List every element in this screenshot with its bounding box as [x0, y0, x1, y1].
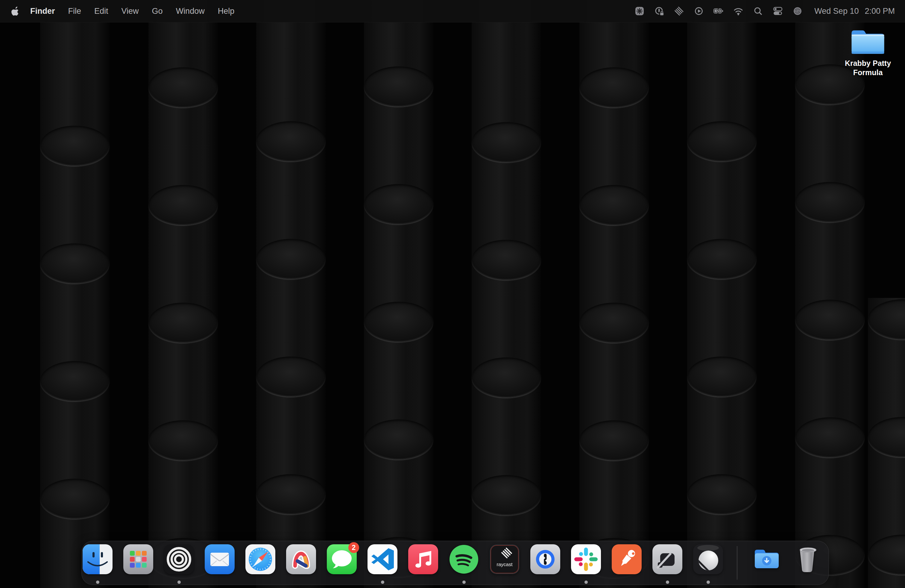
cylinder-top: [256, 357, 325, 397]
orb-app-icon[interactable]: [792, 6, 803, 16]
menu-file[interactable]: File: [62, 6, 88, 16]
menu-window[interactable]: Window: [169, 6, 211, 16]
running-indicator: [462, 580, 466, 584]
cylinder-top: [472, 475, 541, 515]
dock-item-apple-music[interactable]: [408, 544, 438, 574]
dock-item-safari[interactable]: [245, 544, 275, 574]
dock-item-finder[interactable]: [83, 544, 113, 574]
dock-item-mail[interactable]: [205, 544, 235, 574]
cylinder-top: [687, 121, 757, 161]
battery-charging-icon[interactable]: [713, 6, 724, 16]
dock-row: 2raycast: [81, 541, 829, 580]
now-playing-icon[interactable]: [694, 6, 704, 16]
dock-item-launchpad[interactable]: [123, 544, 153, 574]
dock-item-zed[interactable]: [653, 544, 682, 574]
wallpaper-cylinder-column: [364, 0, 433, 588]
running-indicator: [666, 580, 669, 584]
menu-bar-left: Finder FileEditViewGoWindowHelp: [0, 6, 241, 16]
cylinder-top: [148, 420, 218, 461]
cylinder-top: [795, 182, 865, 222]
spotlight-search-icon[interactable]: [753, 6, 764, 16]
cylinder-top: [580, 67, 649, 108]
dock-item-downloads-folder[interactable]: [752, 544, 782, 574]
cylinder-top: [580, 420, 649, 461]
cylinder-top: [472, 240, 541, 280]
cylinder-top: [256, 239, 325, 279]
status-icons: [625, 6, 803, 16]
dock-item-raycast[interactable]: raycast: [490, 544, 519, 574]
wallpaper-cylinder-column: [40, 0, 110, 588]
folder-label: Krabby Patty Formula: [841, 59, 895, 77]
dock: 2raycast: [81, 541, 829, 585]
menu-bar-clock[interactable]: 2:00 PM: [865, 6, 895, 16]
starburst-app-icon[interactable]: [634, 6, 645, 16]
1password-icon: [530, 544, 560, 574]
cylinder-top: [40, 243, 110, 283]
dock-item-postman[interactable]: [612, 544, 641, 574]
dock-item-1password[interactable]: [530, 544, 560, 574]
cylinder-top: [364, 67, 433, 106]
cylinder-top: [256, 474, 325, 514]
dock-item-messages[interactable]: 2: [327, 544, 357, 574]
concentric-rings-icon: [164, 544, 194, 574]
running-indicator: [707, 580, 710, 584]
dock-item-linear[interactable]: [693, 544, 723, 574]
folder-icon: [841, 27, 895, 57]
zed-icon: [653, 544, 682, 574]
running-indicator: [584, 580, 588, 584]
cylinder-top: [868, 535, 905, 575]
vscode-icon: [367, 544, 397, 574]
cylinder-top: [364, 302, 433, 342]
dock-item-vscode[interactable]: [367, 544, 397, 574]
desktop-wallpaper: [0, 0, 905, 588]
dock-item-spotify[interactable]: [449, 544, 479, 574]
macos-desktop: Finder FileEditViewGoWindowHelp Wed Sep …: [0, 0, 905, 588]
cylinder-top: [472, 358, 541, 397]
cylinder-top: [40, 479, 110, 519]
wallpaper-cylinder-column: [868, 298, 905, 588]
raycast-icon: raycast: [490, 544, 519, 574]
wifi-icon[interactable]: [733, 6, 744, 16]
dock-item-trash-empty[interactable]: [792, 544, 822, 574]
linear-icon: [693, 544, 723, 574]
cylinder-top: [795, 300, 865, 340]
menu-help[interactable]: Help: [211, 6, 241, 16]
downloads-folder-icon: [752, 544, 782, 574]
wallpaper-cylinder-column: [687, 0, 757, 588]
menu-edit[interactable]: Edit: [88, 6, 115, 16]
wallpaper-cylinder-column: [148, 0, 218, 588]
menu-go[interactable]: Go: [145, 6, 169, 16]
arc-browser-icon: [286, 544, 316, 574]
menu-bar-date[interactable]: Wed Sep 10: [814, 6, 859, 16]
menu-bar: Finder FileEditViewGoWindowHelp Wed Sep …: [0, 0, 905, 22]
wallpaper-cylinder-column: [580, 0, 649, 588]
cylinder-top: [40, 361, 110, 401]
menu-view[interactable]: View: [115, 6, 145, 16]
apple-menu-icon[interactable]: [11, 6, 19, 16]
menu-bar-status: Wed Sep 10 2:00 PM: [625, 6, 905, 16]
running-indicator: [96, 580, 99, 584]
control-center-icon[interactable]: [772, 6, 783, 16]
cylinder-top: [868, 417, 905, 457]
slack-icon: [571, 544, 601, 574]
cylinder-top: [687, 474, 757, 514]
cylinder-top: [148, 67, 218, 108]
dock-item-arc-browser[interactable]: [286, 544, 316, 574]
screen-lock-icon[interactable]: [654, 6, 665, 16]
menu-app-name[interactable]: Finder: [24, 6, 62, 16]
cylinder-top: [580, 185, 649, 225]
desktop-folder-krabby-patty-formula[interactable]: Krabby Patty Formula: [841, 27, 895, 77]
safari-icon: [245, 544, 275, 574]
dock-item-concentric-rings[interactable]: [164, 544, 194, 574]
running-indicator: [381, 580, 384, 584]
notification-badge: 2: [348, 542, 359, 553]
cylinder-top: [364, 420, 433, 459]
running-indicator: [178, 580, 181, 584]
cylinder-top: [687, 357, 757, 397]
raycast-menu-icon[interactable]: [674, 6, 684, 16]
dock-item-slack[interactable]: [571, 544, 601, 574]
cylinder-top: [40, 126, 110, 166]
cylinder-top: [472, 122, 541, 162]
cylinder-top: [256, 121, 325, 161]
cylinder-top: [580, 303, 649, 343]
